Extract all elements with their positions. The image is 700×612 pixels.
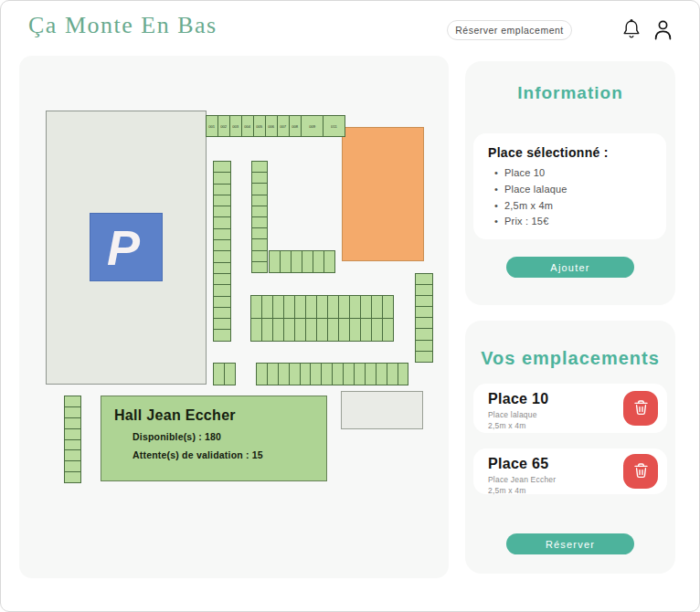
add-button[interactable]: Ajouter: [506, 257, 634, 278]
parking-spot[interactable]: [213, 206, 231, 217]
spot-number-label: 007: [281, 124, 287, 129]
parking-spot-002[interactable]: 002: [217, 115, 230, 137]
parking-spot[interactable]: [398, 363, 409, 385]
bell-icon: [622, 19, 641, 44]
parking-spot-003[interactable]: 003: [229, 115, 242, 137]
parking-spot[interactable]: [213, 262, 231, 274]
parking-spot[interactable]: [382, 318, 394, 342]
hall-pending: Attente(s) de validation : 15: [133, 449, 326, 460]
parking-spot[interactable]: [213, 184, 231, 195]
parking-map: P 001002003004005006007008009011 Hall Je…: [19, 56, 449, 578]
annex-building: [341, 391, 423, 429]
selected-place-detail: Place lalaque: [488, 182, 657, 198]
parking-spot[interactable]: [64, 471, 81, 483]
parking-spot[interactable]: [213, 161, 231, 173]
spot-cluster-column-b: [251, 161, 268, 273]
header-reserve-button[interactable]: Réserver emplacement: [447, 20, 572, 40]
selected-place-details: Place 10Place lalaque2,5m x 4mPrix : 15€: [488, 165, 657, 230]
parking-spot-011[interactable]: 011: [323, 115, 345, 137]
information-title: Information: [465, 83, 675, 103]
owned-place-card: Place 10 Place lalaque 2,5m x 4m: [473, 384, 667, 433]
parking-spot[interactable]: [251, 261, 268, 273]
parking-spot[interactable]: [213, 273, 231, 285]
parking-spot[interactable]: [213, 250, 231, 262]
parking-spot-007[interactable]: 007: [277, 115, 290, 137]
trash-icon: [633, 462, 649, 481]
reserve-button-label: Réserver: [546, 539, 595, 550]
owned-place-card: Place 65 Place Jean Eccher 2,5m x 4m: [473, 448, 667, 494]
selected-place-heading: Place sélectionné :: [488, 145, 657, 160]
delete-place-button[interactable]: [623, 454, 658, 489]
parking-spot[interactable]: [213, 329, 231, 341]
parking-sign: P: [90, 213, 163, 281]
reserve-button[interactable]: Réserver: [506, 533, 634, 554]
notifications-button[interactable]: [620, 19, 642, 43]
your-spots-title: Vos emplacements: [465, 348, 675, 369]
parking-spot[interactable]: [213, 296, 231, 308]
spot-cluster-pair-f: [213, 363, 236, 385]
spot-number-label: 002: [221, 124, 228, 129]
parking-spot[interactable]: [224, 363, 236, 385]
spot-number-label: 003: [233, 124, 239, 129]
spot-number-label: 001: [209, 124, 216, 129]
app-logo: Ça Monte En Bas: [28, 12, 217, 39]
parking-symbol: P: [107, 223, 145, 272]
parking-spot[interactable]: [323, 250, 335, 273]
hall-info-box: Hall Jean Eccher Disponible(s) : 180 Att…: [101, 396, 327, 481]
parking-spot[interactable]: [213, 284, 231, 296]
parking-spot[interactable]: [213, 318, 231, 330]
spot-number-label: 008: [292, 124, 299, 129]
your-spots-panel: Vos emplacements Place 10 Place lalaque …: [465, 321, 675, 574]
parking-spot[interactable]: [213, 172, 231, 184]
add-button-label: Ajouter: [550, 262, 589, 273]
information-panel: Information Place sélectionné : Place 10…: [465, 61, 675, 305]
spot-number-label: 009: [309, 124, 315, 129]
selected-place-detail: Place 10: [488, 165, 657, 182]
parking-spot-008[interactable]: 008: [289, 115, 302, 137]
spot-cluster-column-d: [415, 273, 433, 363]
header-reserve-label: Réserver emplacement: [455, 25, 564, 36]
spot-cluster-row-g: [256, 363, 408, 385]
parking-spot-001[interactable]: 001: [206, 115, 218, 137]
parking-spot-009[interactable]: 009: [301, 115, 323, 137]
user-icon: [653, 19, 673, 44]
app-window: Ça Monte En Bas Réserver emplacement P: [0, 0, 700, 612]
spot-cluster-block-e-row-1: [250, 295, 394, 319]
parking-spot-005[interactable]: 005: [253, 115, 266, 137]
spot-number-label: 004: [245, 124, 251, 129]
parking-spot-004[interactable]: 004: [241, 115, 254, 137]
trash-icon: [633, 399, 649, 418]
spot-cluster-column-h: [64, 396, 81, 483]
selected-place-card: Place sélectionné : Place 10Place lalaqu…: [473, 133, 666, 239]
spot-cluster-column-a: [213, 161, 231, 342]
spot-number-label: 005: [257, 124, 263, 129]
profile-button[interactable]: [652, 19, 673, 43]
hall-name: Hall Jean Eccher: [114, 407, 326, 424]
parking-spot[interactable]: [415, 351, 433, 363]
spot-number-label: 011: [331, 124, 337, 129]
spot-number-label: 006: [269, 124, 275, 129]
numbered-spot-row: 001002003004005006007008009011: [206, 115, 345, 137]
spot-cluster-block-e-row-2: [250, 318, 394, 342]
parking-spot[interactable]: [213, 195, 231, 206]
hall-available: Disponible(s) : 180: [133, 431, 326, 442]
parking-spot[interactable]: [213, 239, 231, 251]
orange-zone[interactable]: [342, 127, 424, 261]
parking-spot[interactable]: [213, 216, 231, 228]
parking-spot[interactable]: [213, 307, 231, 319]
parking-spot[interactable]: [382, 295, 394, 319]
spot-cluster-row-c: [269, 250, 335, 273]
selected-place-detail: 2,5m x 4m: [488, 198, 657, 215]
parking-spot-006[interactable]: 006: [265, 115, 278, 137]
selected-place-detail: Prix : 15€: [488, 214, 657, 230]
parking-spot[interactable]: [213, 228, 231, 240]
delete-place-button[interactable]: [623, 391, 658, 426]
